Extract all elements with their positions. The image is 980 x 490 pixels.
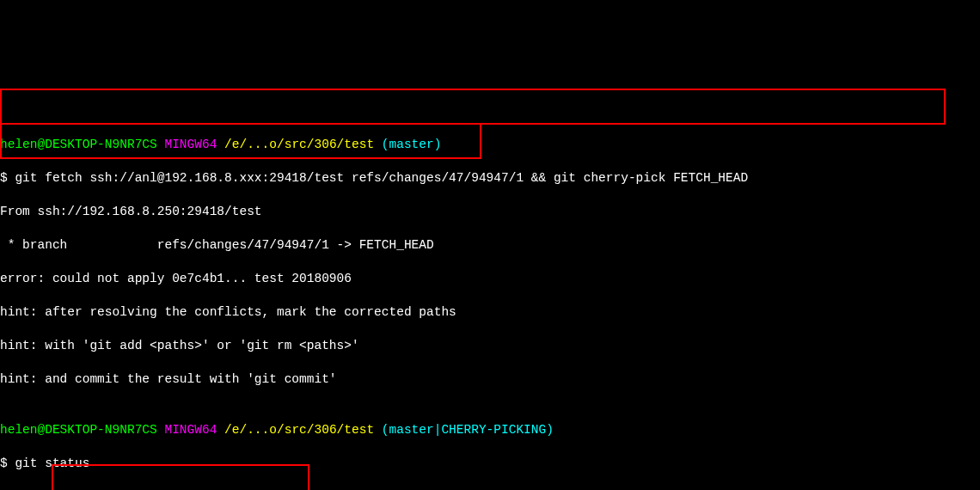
user-host: helen@DESKTOP-N9NR7CS: [0, 423, 157, 437]
hint-line: hint: after resolving the conflicts, mar…: [0, 304, 980, 322]
prompt-line-1: helen@DESKTOP-N9NR7CS MINGW64 /e/...o/sr…: [0, 137, 980, 154]
path: /e/...o/src/306/test: [224, 138, 374, 151]
path: /e/...o/src/306/test: [224, 423, 374, 437]
branch: (master|CHERRY-PICKING): [374, 423, 554, 437]
prompt-line-2: helen@DESKTOP-N9NR7CS MINGW64 /e/...o/sr…: [0, 422, 980, 439]
branch: (master): [374, 138, 441, 151]
user-host: helen@DESKTOP-N9NR7CS: [0, 138, 157, 151]
shell-name: MINGW64: [157, 138, 224, 151]
output-line: From ssh://192.168.8.250:29418/test: [0, 204, 980, 221]
shell-name: MINGW64: [157, 423, 224, 437]
command-line: $ git status: [0, 456, 980, 473]
hint-line: hint: and commit the result with 'git co…: [0, 371, 980, 389]
output-line: * branch refs/changes/47/94947/1 -> FETC…: [0, 237, 980, 254]
terminal-window[interactable]: helen@DESKTOP-N9NR7CS MINGW64 /e/...o/sr…: [0, 69, 980, 490]
error-line: error: could not apply 0e7c4b1... test 2…: [0, 271, 980, 288]
hint-line: hint: with 'git add <paths>' or 'git rm …: [0, 338, 980, 355]
command-line: $ git fetch ssh://anl@192.168.8.xxx:2941…: [0, 170, 980, 187]
highlight-box-1: [0, 89, 946, 125]
